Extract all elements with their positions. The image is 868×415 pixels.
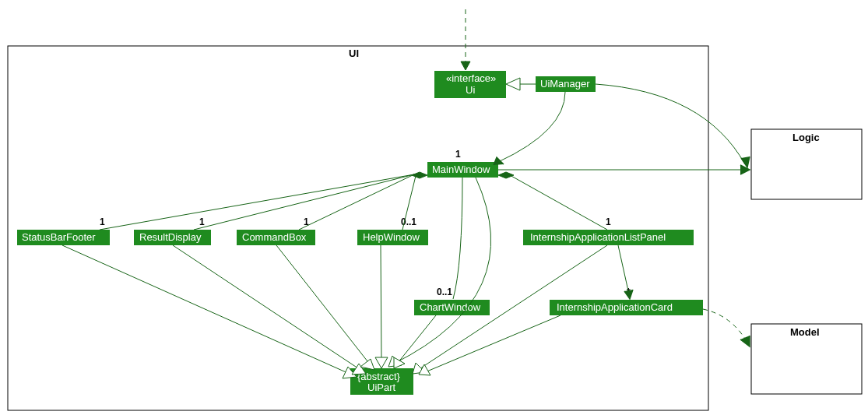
node-uimanager-label: UiManager [540,78,590,90]
edge-card-to-model [703,309,747,343]
edge-sbf-uipart [62,245,351,375]
node-internshipapplicationlistpanel-label: InternshipApplicationListPanel [530,231,666,243]
arrowhead-external-to-ui [461,62,470,70]
package-ui-label: UI [349,47,359,59]
uml-class-diagram: UI Logic Model «interface» Ui UiManager … [0,0,868,415]
edge-cw-uipart [398,315,436,363]
edge-uimanager-to-mainwindow [498,92,565,162]
edge-hw-uipart [381,245,381,362]
node-helpwindow-label: HelpWindow [363,231,420,243]
package-logic-label: Logic [792,132,820,143]
node-uipart-name: UiPart [367,382,396,393]
node-chartwindow-label: ChartWindow [420,301,481,313]
node-mainwindow-label: MainWindow [432,164,490,175]
edge-listpanel-card [618,245,629,294]
arrowhead-mainwindow-to-logic [740,165,750,174]
arrowhead-card-to-model [740,336,750,346]
node-resultdisplay-label: ResultDisplay [139,231,202,243]
mult-mainwindow: 1 [455,149,461,160]
node-commandbox-label: CommandBox [242,231,307,243]
node-ui-interface-name: Ui [466,84,475,96]
mult-statusbarfooter: 1 [100,216,105,227]
mult-chartwindow: 0..1 [437,287,452,297]
edge-uimanager-to-logic [596,84,745,164]
arrowhead-uimanager-implements-ui [506,78,520,90]
edge-card-uipart [425,315,561,372]
edge-mainwindow-statusbarfooter [100,174,414,230]
mult-resultdisplay: 1 [199,216,205,227]
arrowhead-uimanager-to-mainwindow [494,157,504,165]
diamond-mainwindow-right [498,172,514,178]
edge-mainwindow-chartwindow [453,178,462,299]
node-statusbarfooter-label: StatusBarFooter [22,231,96,243]
package-model-label: Model [790,326,820,338]
edge-mainwindow-ialistpanel [510,175,607,230]
tri-hw [375,357,388,368]
package-ui-border [8,46,708,410]
node-internshipapplicationcard-label: InternshipApplicationCard [557,301,673,313]
node-ui-interface-stereotype: «interface» [446,72,496,84]
edge-mainwindow-commandbox [299,174,414,230]
mult-ialistpanel: 1 [606,216,611,227]
arrowhead-listpanel-card [624,290,633,299]
diamond-mainwindow-left [412,172,427,178]
